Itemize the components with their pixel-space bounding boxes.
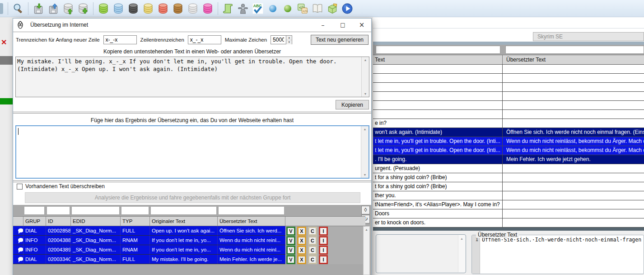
scrollbar[interactable]: [361, 57, 369, 97]
copy-original-button[interactable]: C: [308, 255, 317, 264]
db-pink-icon[interactable]: [201, 2, 214, 15]
icon-column-header[interactable]: [15, 217, 23, 226]
table-row[interactable]: Doors: [373, 209, 644, 218]
translated-filter-input[interactable]: [219, 207, 284, 214]
db-blue-icon[interactable]: [112, 2, 125, 15]
table-row[interactable]: tName=Friend>, it's <Alias=Player>. May …: [373, 200, 644, 209]
table-row[interactable]: [373, 65, 644, 74]
spellcheck-abc-icon[interactable]: ABC: [252, 2, 264, 15]
validate-button[interactable]: V: [286, 236, 295, 245]
dot-green-icon[interactable]: [281, 2, 294, 15]
table-row[interactable]: urgent. (Persuade): [373, 164, 644, 173]
book-icon[interactable]: [311, 2, 324, 15]
ignore-button[interactable]: I: [319, 255, 328, 264]
table-row-selected[interactable]: . I'll be going.Mein Fehler. Ich werde j…: [373, 155, 644, 164]
db-arrow-up-icon[interactable]: [62, 2, 75, 15]
ignore-button[interactable]: I: [319, 236, 328, 245]
red-close-icon[interactable]: ✕: [1, 38, 7, 47]
table-row[interactable]: [373, 110, 644, 119]
grup-column-header[interactable]: GRUP: [23, 217, 46, 226]
result-textarea[interactable]: [15, 125, 369, 179]
dialog-titlebar[interactable]: Übersetzung im Internet – □ ×: [13, 19, 371, 32]
copy-button[interactable]: Kopieren: [336, 100, 369, 109]
cube-icon[interactable]: [326, 2, 339, 15]
table-row[interactable]: e in?: [373, 119, 644, 128]
search-icon[interactable]: [12, 2, 24, 15]
overwrite-option[interactable]: Vorhandenen Text überschreiben: [17, 183, 105, 190]
copy-original-button[interactable]: C: [308, 246, 317, 255]
table-row-selected[interactable]: t let me in, you'll get in trouble. Open…: [373, 137, 644, 146]
line-separator-input[interactable]: [188, 35, 221, 44]
spin-down-icon[interactable]: ▼: [286, 40, 292, 44]
scrollbar[interactable]: [458, 235, 465, 272]
open-import-icon[interactable]: [32, 2, 45, 15]
grup-filter-input[interactable]: [24, 207, 44, 214]
original-text-panel[interactable]: [376, 234, 466, 273]
translated-text-editor[interactable]: 1 Öffnen·Sie·sich.·Ich·werde·nicht·noch·…: [471, 235, 644, 274]
table-row[interactable]: er to knock on doors.: [373, 218, 644, 228]
db-red-icon[interactable]: [157, 2, 169, 15]
table-row-selected[interactable]: t let me in, you'll get in trouble. Open…: [373, 146, 644, 155]
table-row-selected[interactable]: won't ask again. (Intimidate)Öffnen Sie …: [373, 128, 644, 137]
minimize-button[interactable]: –: [315, 19, 331, 32]
code-xml-icon[interactable]: </></>: [296, 2, 309, 15]
translated-column-header[interactable]: Übersetzter Text: [502, 55, 644, 64]
wizard-icon[interactable]: [237, 2, 249, 15]
spin-up-icon[interactable]: ▲: [286, 36, 292, 40]
max-chars-input[interactable]: [271, 35, 286, 44]
overwrite-checkbox[interactable]: [17, 184, 23, 190]
invalidate-button[interactable]: X: [297, 255, 306, 264]
copy-original-button[interactable]: C: [308, 236, 317, 245]
table-row[interactable]: [373, 83, 644, 92]
validate-button[interactable]: V: [286, 246, 295, 255]
table-row[interactable]: [373, 74, 644, 83]
typ-filter-input[interactable]: [121, 207, 149, 214]
edid-column-header[interactable]: EDID: [71, 217, 121, 226]
table-row[interactable]: [373, 92, 644, 101]
table-row-selected[interactable]: INFO 02004389 _SK_Diag_Norm... RNAM If y…: [13, 245, 365, 255]
source-textarea[interactable]: My mistake. I'll be going. x_-_x If you …: [15, 57, 369, 97]
table-row-selected[interactable]: DIAL 0200334C _SK_Diag_Norm... FULL My m…: [13, 255, 365, 264]
table-row-selected[interactable]: DIAL 02002858 _SK_Diag_Norm... FULL Open…: [13, 226, 365, 236]
db-add-icon[interactable]: [77, 2, 89, 15]
original-column-header[interactable]: Originaler Text: [150, 217, 218, 226]
table-row[interactable]: ther you.: [373, 191, 644, 200]
scrollbar[interactable]: [361, 126, 369, 178]
save-export-icon[interactable]: [47, 2, 60, 15]
table-row-selected[interactable]: INFO 02004388 _SK_Diag_Norm... RNAM If y…: [13, 236, 365, 245]
invalidate-button[interactable]: X: [297, 227, 306, 236]
clear-filters-icon[interactable]: ◊: [361, 206, 370, 214]
maximize-button[interactable]: □: [335, 19, 350, 32]
id-column-header[interactable]: ID: [46, 217, 71, 226]
db-brown-icon[interactable]: [172, 2, 184, 15]
newline-start-input[interactable]: [103, 35, 137, 44]
db-yellow-icon[interactable]: [142, 2, 154, 15]
original-column-header[interactable]: Text: [373, 55, 502, 64]
invalidate-button[interactable]: X: [297, 236, 306, 245]
original-filter-input[interactable]: [376, 46, 500, 54]
typ-column-header[interactable]: TYP: [121, 217, 150, 226]
play-icon[interactable]: [341, 2, 354, 15]
table-row[interactable]: [373, 101, 644, 110]
table-row[interactable]: t for a shiny gold coin? (Bribe): [373, 182, 644, 191]
table-row[interactable]: t for a shiny gold coin? (Bribe): [373, 173, 644, 182]
ignore-button[interactable]: I: [319, 227, 328, 236]
dot-blue-icon[interactable]: [266, 2, 279, 15]
game-selector[interactable]: Skyrim SE: [533, 32, 644, 41]
translated-filter-input[interactable]: [505, 46, 644, 54]
validate-button[interactable]: V: [286, 255, 295, 264]
original-filter-input[interactable]: [151, 207, 216, 214]
db-green-icon[interactable]: [97, 2, 110, 15]
invalidate-button[interactable]: X: [297, 246, 306, 255]
close-button[interactable]: ×: [354, 19, 369, 32]
validate-button[interactable]: V: [286, 227, 295, 236]
ignore-button[interactable]: I: [319, 246, 328, 255]
translated-column-header[interactable]: Übersetzter Text: [218, 217, 285, 226]
horizontal-splitter[interactable]: [373, 228, 644, 231]
copy-original-button[interactable]: C: [308, 227, 317, 236]
id-filter-input[interactable]: [47, 207, 70, 214]
db-white-icon[interactable]: [187, 2, 199, 15]
db-black-icon[interactable]: [127, 2, 140, 15]
left-list-green-row[interactable]: [0, 98, 13, 104]
regenerate-text-button[interactable]: Text neu generieren: [311, 35, 369, 45]
